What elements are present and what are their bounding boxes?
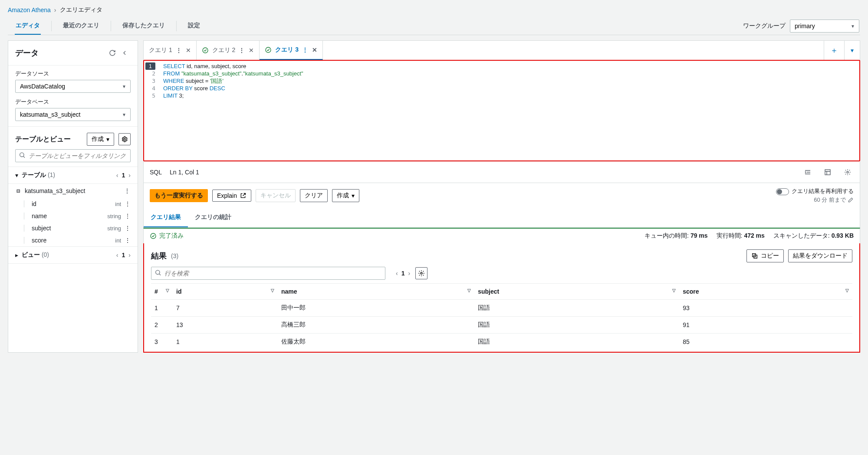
breadcrumb-service-link[interactable]: Amazon Athena [8, 7, 51, 13]
col-index[interactable]: #▽ [151, 284, 173, 300]
check-circle-icon [202, 47, 209, 54]
cancel-button: キャンセル [256, 189, 296, 202]
svg-point-0 [124, 138, 125, 140]
format-button[interactable] [802, 166, 814, 178]
tab-editor[interactable]: エディタ [15, 17, 41, 35]
col-name[interactable]: name▽ [278, 284, 474, 300]
sql-editor[interactable]: 12345 SELECT id, name, subject, score FR… [143, 60, 860, 161]
table-row: 31佐藤太郎国語85 [151, 334, 852, 350]
workgroup-label: ワークグループ [743, 22, 786, 30]
datasource-label: データソース [15, 70, 131, 78]
line-gutter: 12345 [144, 61, 160, 160]
collapse-sidebar-button[interactable] [118, 47, 131, 59]
more-icon[interactable]: ⋮ [125, 213, 131, 219]
svg-point-1 [20, 153, 24, 157]
editor-cursor-pos: Ln 1, Col 1 [170, 169, 199, 176]
tab-saved-queries[interactable]: 保存したクエリ [122, 17, 166, 35]
close-icon[interactable]: ✕ [249, 47, 254, 54]
query-tab-1[interactable]: クエリ 1⋮✕ [144, 41, 197, 60]
run-time: 実行時間: 472 ms [717, 232, 765, 240]
more-icon[interactable]: ⋮ [302, 46, 309, 53]
add-query-tab-button[interactable]: ＋ [824, 41, 845, 60]
more-icon[interactable]: ⋮ [239, 47, 245, 54]
chevron-right-icon: › [54, 7, 56, 13]
results-title: 結果 [151, 251, 167, 261]
gear-icon [418, 270, 425, 277]
layout-icon [824, 169, 831, 176]
prev-page-icon[interactable]: ‹ [396, 270, 398, 277]
tab-recent-queries[interactable]: 最近のクエリ [62, 17, 100, 35]
results-search-input[interactable] [151, 267, 385, 280]
results-table: #▽ id▽ name▽ subject▽ score▽ 17田中一郎国語93 … [151, 283, 852, 350]
prev-page-icon[interactable]: ‹ [116, 252, 118, 259]
workgroup-select[interactable]: primary [790, 20, 859, 33]
col-subject[interactable]: subject▽ [474, 284, 679, 300]
copy-button[interactable]: コピー [746, 249, 784, 262]
indent-icon [804, 169, 811, 176]
column-row: namestring⋮ [8, 210, 138, 222]
col-score[interactable]: score▽ [679, 284, 852, 300]
scanned-data: スキャンしたデータ: 0.93 KB [773, 232, 854, 240]
query-tab-3[interactable]: クエリ 3⋮✕ [260, 41, 323, 60]
close-icon[interactable]: ✕ [312, 46, 317, 53]
layout-button[interactable] [822, 166, 834, 178]
clear-button[interactable]: クリア [300, 189, 328, 202]
data-sidebar: データ データソース AwsDataCatalog データベース katsuma… [8, 40, 138, 353]
next-page-icon[interactable]: › [128, 172, 131, 179]
tables-views-title: テーブルとビュー [15, 135, 82, 144]
editor-settings-button[interactable] [842, 166, 854, 178]
more-icon[interactable]: ⋮ [125, 200, 131, 207]
views-group-header[interactable]: ▸ ビュー (0) ‹ 1 › [8, 246, 138, 264]
table-row: 213高橋三郎国語91 [151, 317, 852, 334]
chevron-left-icon [121, 49, 128, 56]
divider [51, 21, 52, 31]
filter-tables-input[interactable] [15, 149, 131, 162]
svg-rect-4 [825, 170, 830, 175]
tables-group-header[interactable]: ▾ テーブル (1) ‹ 1 › [8, 167, 138, 184]
refresh-button[interactable] [106, 47, 118, 59]
gear-icon [121, 136, 128, 143]
edit-icon[interactable] [848, 197, 854, 203]
column-row: idint⋮ [8, 198, 138, 210]
svg-point-2 [203, 48, 208, 53]
results-settings-button[interactable] [415, 267, 427, 279]
run-again-button[interactable]: もう一度実行する [150, 189, 208, 202]
caret-down-icon: ▾ [106, 136, 109, 143]
datasource-select[interactable]: AwsDataCatalog [15, 80, 131, 93]
database-select[interactable]: katsumata_s3_subject [15, 108, 131, 121]
next-page-icon[interactable]: › [128, 252, 131, 259]
copy-icon [751, 252, 758, 259]
page-number: 1 [122, 252, 125, 259]
more-icon[interactable]: ⋮ [125, 237, 131, 244]
explain-button[interactable]: Explain [212, 190, 251, 202]
more-icon[interactable]: ⋮ [176, 47, 182, 54]
query-tab-2[interactable]: クエリ 2⋮✕ [197, 41, 260, 60]
create-table-view-button[interactable]: 作成▾ [87, 133, 114, 146]
divider [176, 21, 177, 31]
more-icon[interactable]: ⋮ [124, 187, 131, 194]
breadcrumb-page: クエリエディタ [60, 6, 102, 14]
table-row[interactable]: ⊟ katsumata_s3_subject ⋮ [8, 184, 138, 198]
download-results-button[interactable]: 結果をダウンロード [788, 249, 852, 262]
close-icon[interactable]: ✕ [186, 47, 191, 54]
reuse-results-toggle[interactable] [776, 188, 789, 195]
svg-point-6 [151, 233, 156, 239]
tab-query-stats[interactable]: クエリの統計 [188, 208, 238, 227]
sql-code[interactable]: SELECT id, name, subject, score FROM "ka… [160, 61, 859, 160]
caret-down-icon: ▾ [352, 192, 355, 199]
svg-point-3 [266, 47, 271, 52]
check-circle-icon [150, 232, 157, 239]
next-page-icon[interactable]: › [408, 270, 410, 277]
sidebar-settings-button[interactable] [118, 133, 131, 145]
caret-right-icon: ▸ [15, 252, 18, 259]
col-id[interactable]: id▽ [173, 284, 278, 300]
svg-point-9 [156, 270, 160, 274]
tab-query-results[interactable]: クエリ結果 [144, 208, 188, 227]
tab-menu-button[interactable]: ▾ [845, 43, 860, 58]
prev-page-icon[interactable]: ‹ [116, 172, 118, 179]
create-button[interactable]: 作成▾ [332, 189, 359, 202]
more-icon[interactable]: ⋮ [125, 225, 131, 232]
tab-settings[interactable]: 設定 [187, 17, 201, 35]
collapse-icon[interactable]: ⊟ [15, 187, 21, 194]
search-icon [19, 152, 26, 160]
